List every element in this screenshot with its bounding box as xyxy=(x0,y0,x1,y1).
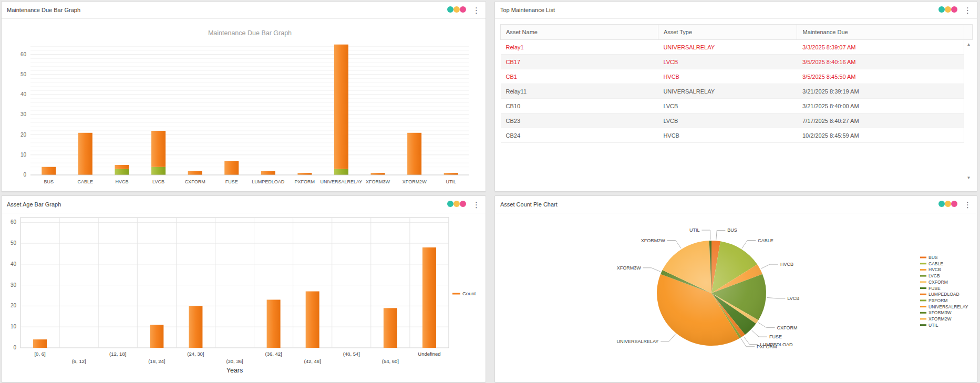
legend-label: UNIVERSALRELAY xyxy=(929,304,968,309)
legend-label: LUMPEDLOAD xyxy=(929,292,960,297)
y-axis-tick-label: 10 xyxy=(20,152,27,158)
y-axis-tick-label: 20 xyxy=(20,132,27,138)
column-header-maintenance-due[interactable]: Maintenance Due xyxy=(797,25,964,40)
pie-slice-label: HVCB xyxy=(780,262,793,267)
cell-maintenance-due: 10/2/2025 8:45:59 AM xyxy=(797,128,964,143)
table-row[interactable]: CB10LVCB3/21/2025 8:40:00 AM xyxy=(501,99,973,113)
panel-title: Asset Count Pie Chart xyxy=(500,201,558,208)
table-row[interactable]: Relay1UNIVERSALRELAY3/3/2025 8:39:07 AM xyxy=(501,40,973,55)
panel-status-dots xyxy=(447,5,466,15)
table-row[interactable]: CB24HVCB10/2/2025 8:45:59 AM xyxy=(501,128,973,143)
panel-header: Asset Age Bar Graph ⋮ xyxy=(2,196,486,213)
table-row[interactable]: CB23LVCB7/17/2025 8:40:27 AM xyxy=(501,113,973,128)
cell-asset-name: CB23 xyxy=(501,113,658,128)
panel-asset-age-bar-graph: Asset Age Bar Graph ⋮ 0102030405060[0, 6… xyxy=(1,195,486,382)
y-axis-tick-label: 0 xyxy=(23,172,26,178)
panel-title: Asset Age Bar Graph xyxy=(7,201,61,208)
bar-segment-orange-CXFORM xyxy=(188,171,202,175)
panel-status-dot-0[interactable] xyxy=(447,6,453,13)
x-axis-title: Years xyxy=(226,367,243,374)
table-row[interactable]: Relay11UNIVERSALRELAY3/21/2025 8:39:19 A… xyxy=(501,84,973,99)
maintenance-table: Asset NameAsset TypeMaintenance Due Rela… xyxy=(500,24,973,143)
x-axis-category-label: PXFORM xyxy=(295,179,315,184)
column-header-asset-type[interactable]: Asset Type xyxy=(658,25,797,40)
x-axis-category-label: CXFORM xyxy=(185,179,205,184)
panel-status-dot-2[interactable] xyxy=(951,6,957,13)
x-axis-category-label: (12, 18] xyxy=(109,351,126,357)
x-axis-category-label: CABLE xyxy=(78,179,94,184)
x-axis-category-label: XFORM2W xyxy=(403,179,427,184)
bar-segment-green-HVCB xyxy=(115,169,129,175)
x-axis-category-label: BUS xyxy=(44,179,54,184)
pie-slice-label: UTIL xyxy=(689,227,700,233)
cell-asset-name: CB1 xyxy=(501,69,658,84)
panel-status-dot-0[interactable] xyxy=(447,201,453,207)
panel-status-dot-1[interactable] xyxy=(945,6,951,13)
kebab-menu-icon[interactable]: ⋮ xyxy=(472,201,480,209)
cell-asset-name: Relay11 xyxy=(501,84,658,99)
bar-segment-orange-UNIVERSALRELAY xyxy=(334,45,348,169)
table-row[interactable]: CB1HVCB3/5/2025 8:45:50 AM xyxy=(501,69,973,84)
panel-status-dots xyxy=(447,200,466,209)
pie-slice-label: CABLE xyxy=(758,238,773,243)
panel-status-dot-2[interactable] xyxy=(460,6,466,13)
scroll-down-icon[interactable]: ▼ xyxy=(967,176,971,180)
kebab-menu-icon[interactable]: ⋮ xyxy=(964,201,972,209)
asset-count-chart-area: BUSCABLEHVCBLVCBCXFORMFUSELUMPEDLOADPXFO… xyxy=(495,213,977,382)
kebab-menu-icon[interactable]: ⋮ xyxy=(964,6,972,14)
panel-maintenance-due-bar-graph: Maintenance Due Bar Graph ⋮ 010203040506… xyxy=(1,1,486,192)
scroll-up-icon[interactable]: ▲ xyxy=(967,43,971,47)
pie-leader-line xyxy=(744,337,758,345)
pie-gloss-overlay xyxy=(657,241,766,346)
panel-status-dot-0[interactable] xyxy=(938,201,945,207)
x-axis-category-label: (6, 12] xyxy=(72,358,86,364)
table-row[interactable]: CB17LVCB3/5/2025 8:40:16 AM xyxy=(501,55,973,69)
x-axis-category-label: (30, 36] xyxy=(226,358,243,364)
bar-segment-orange-XFORM2W xyxy=(407,133,421,175)
table-scrollbar[interactable]: ▲ ▼ xyxy=(965,43,972,180)
chart-title: Maintenance Due Bar Graph xyxy=(208,29,292,37)
pie-leader-line xyxy=(661,334,675,341)
bar-Undefined xyxy=(422,247,436,348)
y-axis-tick-label: 40 xyxy=(20,91,27,97)
panel-status-dot-2[interactable] xyxy=(951,201,957,207)
pie-leader-line xyxy=(643,268,661,272)
pie-slice-label: XFORM2W xyxy=(641,238,666,243)
cell-maintenance-due: 3/5/2025 8:40:16 AM xyxy=(797,55,964,69)
panel-status-dot-0[interactable] xyxy=(938,6,945,13)
pie-leader-line xyxy=(767,297,786,298)
column-header-asset-name[interactable]: Asset Name xyxy=(501,25,658,40)
panel-header-controls: ⋮ xyxy=(938,5,972,15)
x-axis-category-label: UTIL xyxy=(446,179,456,184)
x-axis-category-label: (18, 24] xyxy=(148,358,165,364)
cell-maintenance-due: 3/21/2025 8:40:00 AM xyxy=(797,99,964,113)
cell-asset-name: CB24 xyxy=(501,128,658,143)
cell-asset-type: HVCB xyxy=(658,69,797,84)
bar-segment-orange-PXFORM xyxy=(297,173,312,175)
bar-segment-orange-BUS xyxy=(42,167,56,175)
cell-asset-name: CB10 xyxy=(501,99,658,113)
cell-maintenance-due: 3/5/2025 8:45:50 AM xyxy=(797,69,964,84)
legend-label: XFORM2W xyxy=(929,316,951,322)
bar-segment-orange-UTIL xyxy=(444,173,458,175)
x-axis-category-label: (36, 42] xyxy=(265,351,282,357)
panel-status-dot-2[interactable] xyxy=(460,201,466,207)
column-header-scroll-spacer xyxy=(964,25,973,40)
kebab-menu-icon[interactable]: ⋮ xyxy=(472,6,480,14)
pie-leader-line xyxy=(752,330,768,337)
cell-asset-type: UNIVERSALRELAY xyxy=(658,84,797,99)
pie-slice-label: PXFORM xyxy=(757,344,777,349)
bar-segment-orange-LUMPEDLOAD xyxy=(261,171,275,175)
pie-leader-line xyxy=(716,230,726,240)
panel-status-dots xyxy=(938,5,957,15)
cell-asset-type: LVCB xyxy=(658,55,797,69)
legend-label: CXFORM xyxy=(929,280,948,285)
panel-status-dot-1[interactable] xyxy=(945,201,951,207)
panel-status-dot-1[interactable] xyxy=(453,6,460,13)
legend-label: UTIL xyxy=(929,323,938,328)
cell-asset-type: UNIVERSALRELAY xyxy=(658,40,797,55)
bar-segment-orange-FUSE xyxy=(224,161,239,175)
cell-asset-name: Relay1 xyxy=(501,40,658,55)
maintenance-due-bar-chart: 0102030405060Maintenance Due Bar GraphBU… xyxy=(2,19,484,191)
panel-status-dot-1[interactable] xyxy=(453,201,460,207)
